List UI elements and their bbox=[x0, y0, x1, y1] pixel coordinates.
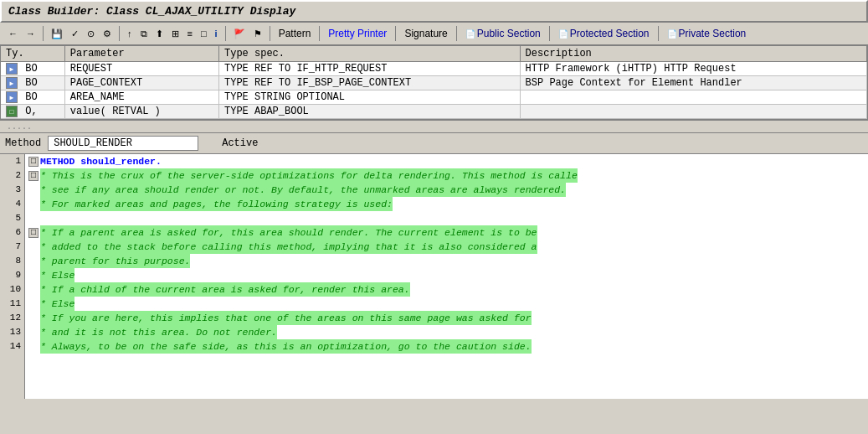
line-numbers: 1234567891011121314 bbox=[0, 154, 25, 399]
params-table-container: Ty. Parameter Type spec. Description ▶ B… bbox=[0, 45, 868, 120]
code-text-span: * If you are here, this implies that one… bbox=[40, 311, 532, 325]
cell-typespec: TYPE REF TO IF_BSP_PAGE_CONTEXT bbox=[218, 76, 520, 90]
code-line: * added to the stack before calling this… bbox=[25, 240, 868, 254]
box-button[interactable]: □ bbox=[198, 26, 210, 41]
separator-6 bbox=[395, 26, 396, 41]
row-icon: ▶ bbox=[6, 77, 18, 89]
code-text-span: * see if any area should render or not. … bbox=[40, 183, 566, 197]
public-section-icon: 📄 bbox=[465, 29, 475, 39]
code-text-span: METHOD should_render. bbox=[40, 154, 162, 168]
import-button[interactable]: ⬆ bbox=[152, 26, 167, 42]
method-status: Active bbox=[222, 137, 258, 149]
code-line: □* If a parent area is asked for, this a… bbox=[25, 225, 868, 240]
table-row[interactable]: □ O, value( RETVAL ) TYPE ABAP_BOOL bbox=[1, 105, 867, 119]
protected-section-icon: 📄 bbox=[558, 29, 568, 39]
line-number: 12 bbox=[3, 311, 21, 325]
separator-9 bbox=[658, 26, 659, 41]
row-icon: □ bbox=[6, 106, 18, 117]
up-button[interactable]: ↑ bbox=[124, 26, 136, 41]
code-text-span: * and it is not this area. Do not render… bbox=[40, 325, 277, 339]
cell-typespec: TYPE ABAP_BOOL bbox=[218, 105, 520, 119]
line-number: 4 bbox=[3, 197, 21, 211]
collapse-button[interactable]: □ bbox=[28, 157, 39, 167]
cell-desc: HTTP Framework (iHTTP) HTTP Request bbox=[520, 62, 866, 76]
pretty-printer-button[interactable]: Pretty Printer bbox=[324, 25, 391, 42]
flag-button[interactable]: 🚩 bbox=[230, 26, 249, 42]
signature-button[interactable]: Signature bbox=[400, 25, 451, 42]
line-number: 8 bbox=[3, 254, 21, 268]
public-section-button[interactable]: 📄 Public Section bbox=[461, 25, 545, 42]
code-text-span: * added to the stack before calling this… bbox=[40, 240, 537, 254]
forward-button[interactable]: → bbox=[23, 26, 39, 41]
method-bar: Method SHOULD_RENDER Active bbox=[0, 133, 868, 154]
activate-button[interactable]: ⊙ bbox=[84, 26, 98, 42]
code-text-span: * Else bbox=[40, 268, 74, 282]
code-text-span: * parent for this purpose. bbox=[40, 254, 190, 268]
settings-button[interactable]: ⚙ bbox=[100, 26, 115, 42]
cell-param: value( RETVAL ) bbox=[64, 105, 218, 119]
window-title: Class Builder: Class CL_AJAX_UTILITY Dis… bbox=[8, 5, 295, 18]
pattern-button[interactable]: Pattern bbox=[275, 25, 316, 42]
cell-desc: BSP Page Context for Element Handler bbox=[520, 76, 866, 90]
code-line: * parent for this purpose. bbox=[25, 254, 868, 268]
sort-button[interactable]: ⊞ bbox=[168, 26, 182, 42]
separator-5 bbox=[319, 26, 320, 41]
code-text-span: * For marked areas and pages, the follow… bbox=[40, 197, 393, 211]
private-section-button[interactable]: 📄 Private Section bbox=[663, 25, 751, 42]
cell-typespec: TYPE REF TO IF_HTTP_REQUEST bbox=[218, 62, 520, 76]
code-text-span: * If a child of the current area is aske… bbox=[40, 282, 410, 297]
private-section-icon: 📄 bbox=[667, 29, 677, 39]
code-line: * see if any area should render or not. … bbox=[25, 183, 868, 197]
line-number: 5 bbox=[3, 211, 21, 225]
collapse-button[interactable]: □ bbox=[28, 171, 39, 181]
params-table: Ty. Parameter Type spec. Description ▶ B… bbox=[1, 46, 867, 119]
table-row[interactable]: ▶ BO REQUEST TYPE REF TO IF_HTTP_REQUEST… bbox=[1, 62, 867, 76]
collapse-button[interactable]: □ bbox=[28, 228, 39, 238]
copy-button[interactable]: ⧉ bbox=[137, 26, 151, 42]
line-number: 13 bbox=[3, 325, 21, 339]
cell-ty: ▶ BO bbox=[1, 62, 64, 76]
flag2-button[interactable]: ⚑ bbox=[250, 26, 265, 42]
toolbar: ← → 💾 ✓ ⊙ ⚙ ↑ ⧉ ⬆ ⊞ ≡ □ i 🚩 ⚑ Pattern Pr… bbox=[0, 23, 868, 45]
col-header-param: Parameter bbox=[64, 46, 218, 62]
code-content[interactable]: □METHOD should_render.□* This is the cru… bbox=[25, 154, 868, 399]
cell-ty: □ O, bbox=[1, 105, 64, 119]
line-number: 14 bbox=[3, 339, 21, 354]
code-line bbox=[25, 211, 868, 225]
separator-7 bbox=[456, 26, 457, 41]
code-text-span: * Else bbox=[40, 297, 74, 311]
separator-4 bbox=[270, 26, 270, 41]
list-button[interactable]: ≡ bbox=[184, 26, 196, 41]
back-button[interactable]: ← bbox=[5, 26, 21, 41]
line-number: 3 bbox=[3, 183, 21, 197]
line-number: 2 bbox=[3, 168, 21, 183]
code-line: * For marked areas and pages, the follow… bbox=[25, 197, 868, 211]
check-button[interactable]: ✓ bbox=[68, 26, 82, 42]
cell-typespec: TYPE STRING OPTIONAL bbox=[218, 90, 520, 105]
code-text-span: * Always, to be on the safe side, as thi… bbox=[40, 339, 532, 354]
protected-section-button[interactable]: 📄 Protected Section bbox=[554, 25, 654, 42]
divider-dots: ..... bbox=[7, 122, 32, 132]
separator-3 bbox=[225, 26, 226, 41]
code-line: * Always, to be on the safe side, as thi… bbox=[25, 339, 868, 354]
table-row[interactable]: ▶ BO AREA_NAME TYPE STRING OPTIONAL bbox=[1, 90, 867, 105]
row-icon: ▶ bbox=[6, 91, 18, 103]
table-row[interactable]: ▶ BO PAGE_CONTEXT TYPE REF TO IF_BSP_PAG… bbox=[1, 76, 867, 90]
divider-area: ..... bbox=[0, 120, 868, 133]
code-line: * If you are here, this implies that one… bbox=[25, 311, 868, 325]
col-header-ty: Ty. bbox=[1, 46, 64, 62]
line-number: 10 bbox=[3, 282, 21, 297]
code-line: * and it is not this area. Do not render… bbox=[25, 325, 868, 339]
row-icon: ▶ bbox=[6, 63, 18, 75]
cell-desc bbox=[520, 105, 866, 119]
cell-param: AREA_NAME bbox=[64, 90, 218, 105]
method-name: SHOULD_RENDER bbox=[54, 137, 132, 149]
cell-param: REQUEST bbox=[64, 62, 218, 76]
separator-1 bbox=[43, 26, 44, 41]
info-button[interactable]: i bbox=[212, 26, 221, 41]
code-text-span: * If a parent area is asked for, this ar… bbox=[40, 225, 537, 240]
line-number: 7 bbox=[3, 240, 21, 254]
method-name-box: SHOULD_RENDER bbox=[48, 136, 198, 151]
method-label: Method bbox=[5, 137, 41, 149]
save-button[interactable]: 💾 bbox=[48, 26, 66, 42]
